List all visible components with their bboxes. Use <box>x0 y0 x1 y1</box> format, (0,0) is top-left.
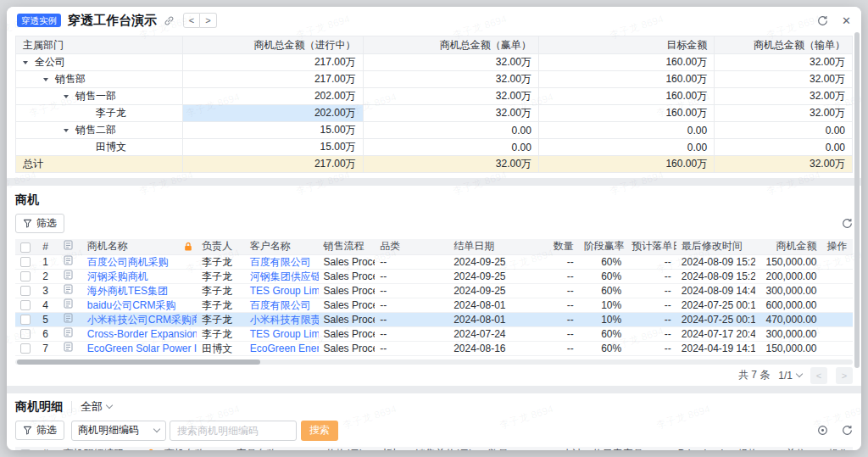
filter-button[interactable]: 筛选 <box>15 421 64 440</box>
in-progress-cell[interactable]: 202.00万 <box>183 105 363 122</box>
opportunity-name-link[interactable]: 河钢采购商机 <box>87 270 148 282</box>
customer-link[interactable]: 小米科技有限责任公司 <box>250 314 319 326</box>
department-cell[interactable]: 李子龙 <box>16 105 183 122</box>
select-all-checkbox[interactable] <box>20 449 31 450</box>
row-checkbox[interactable] <box>20 257 31 267</box>
target-cell[interactable]: 160.00万 <box>538 54 714 71</box>
opportunity-row[interactable]: 5 小米科技公司CRM采购商机 李子龙 小米科技有限责任公司 Sales Pro… <box>15 312 853 326</box>
department-cell[interactable]: 全公司 <box>16 54 183 71</box>
row-checkbox[interactable] <box>20 300 31 310</box>
expand-caret[interactable] <box>64 90 75 102</box>
summary-row[interactable]: 销售一部 202.00万 32.00万 160.00万 32.00万 <box>16 88 853 105</box>
refresh-icon[interactable] <box>842 425 853 436</box>
row-checkbox[interactable] <box>20 286 31 296</box>
opportunity-name-link[interactable]: Cross-Border Expansion Deal <box>87 328 197 340</box>
target-cell[interactable]: 160.00万 <box>538 105 714 122</box>
row-checkbox[interactable] <box>20 329 31 339</box>
expand-caret[interactable] <box>64 124 75 136</box>
next-page-button[interactable]: > <box>836 367 853 384</box>
opportunity-row[interactable]: 6 Cross-Border Expansion Deal 李子龙 TES Gr… <box>15 326 853 341</box>
opportunity-name-link[interactable]: 百度公司商机采购 <box>87 256 169 268</box>
prev-record-button[interactable]: < <box>183 13 200 28</box>
customer-link[interactable]: 河钢集团供应链管理有... <box>250 270 319 282</box>
col-modified-time: 最后修改时间 <box>676 239 755 254</box>
close-date-cell: 2024-08-01 <box>448 298 529 312</box>
refresh-icon[interactable] <box>817 15 828 26</box>
doc-icon-cell[interactable] <box>58 283 82 298</box>
summary-row[interactable]: 销售部 217.00万 32.00万 160.00万 32.00万 <box>16 71 853 88</box>
horizontal-scrollbar-thumb[interactable] <box>17 359 260 365</box>
won-cell[interactable]: 0.00 <box>363 139 538 156</box>
doc-icon-cell[interactable] <box>58 312 82 326</box>
opportunity-row[interactable]: 2 河钢采购商机 李子龙 河钢集团供应链管理有... Sales Process… <box>15 269 853 283</box>
doc-icon-cell[interactable] <box>58 254 82 269</box>
customer-link[interactable]: 百度有限公司 <box>250 299 311 311</box>
lost-cell[interactable]: 0.00 <box>715 122 853 139</box>
doc-icon-cell[interactable] <box>58 298 82 312</box>
close-icon[interactable]: ✕ <box>842 14 851 27</box>
refresh-icon[interactable] <box>842 218 853 229</box>
won-cell[interactable]: 32.00万 <box>363 71 538 88</box>
summary-row[interactable]: 全公司 217.00万 32.00万 160.00万 32.00万 <box>16 54 853 71</box>
in-progress-cell[interactable]: 217.00万 <box>183 54 363 71</box>
in-progress-cell[interactable]: 15.00万 <box>183 122 363 139</box>
lost-cell[interactable]: 32.00万 <box>715 88 853 105</box>
doc-icon-cell[interactable] <box>58 326 82 341</box>
opportunity-row[interactable]: 3 海外商机TES集团 李子龙 TES Group Limited Sales … <box>15 283 853 298</box>
doc-icon-cell[interactable] <box>58 341 82 355</box>
scope-selector[interactable]: 全部 <box>81 399 112 415</box>
row-checkbox[interactable] <box>20 343 31 354</box>
row-checkbox[interactable] <box>20 315 31 325</box>
summary-row[interactable]: 李子龙 202.00万 32.00万 160.00万 32.00万 <box>16 105 853 122</box>
row-checkbox[interactable] <box>20 271 31 281</box>
target-cell[interactable]: 0.00 <box>538 139 714 156</box>
lost-cell[interactable]: 32.00万 <box>715 54 853 71</box>
department-cell[interactable]: 销售一部 <box>16 88 183 105</box>
prev-page-button[interactable]: < <box>810 367 827 384</box>
customer-link[interactable]: 百度有限公司 <box>250 256 311 268</box>
vertical-scrollbar-thumb[interactable] <box>854 32 860 368</box>
filter-button[interactable]: 筛选 <box>15 214 64 233</box>
lost-cell[interactable]: 0.00 <box>715 139 853 156</box>
customer-link[interactable]: TES Group Limited <box>250 328 319 340</box>
won-cell[interactable]: 32.00万 <box>363 54 538 71</box>
won-cell[interactable]: 32.00万 <box>363 105 538 122</box>
search-input[interactable] <box>170 421 297 441</box>
expand-caret[interactable] <box>43 73 55 85</box>
opportunity-name-link[interactable]: 小米科技公司CRM采购商机 <box>87 314 197 326</box>
target-cell[interactable]: 160.00万 <box>538 88 714 105</box>
page-indicator[interactable]: 1/1 <box>778 370 802 382</box>
modified-time-cell: 2024-08-09 14:47 <box>676 283 755 298</box>
lost-cell[interactable]: 32.00万 <box>715 105 853 122</box>
opportunity-row[interactable]: 4 baidu公司CRM采购 李子龙 百度有限公司 Sales Process … <box>15 298 853 312</box>
won-cell[interactable]: 32.00万 <box>363 88 538 105</box>
settings-icon[interactable] <box>817 425 828 436</box>
select-all-checkbox[interactable] <box>20 242 31 253</box>
target-cell[interactable]: 0.00 <box>538 122 714 139</box>
opportunity-name-link[interactable]: baidu公司CRM采购 <box>87 299 176 311</box>
search-field-select[interactable]: 商机明细编码 <box>71 421 166 441</box>
department-cell[interactable]: 田博文 <box>16 139 183 156</box>
search-button[interactable]: 搜索 <box>301 421 338 441</box>
link-icon[interactable] <box>164 15 175 26</box>
in-progress-cell[interactable]: 217.00万 <box>183 71 363 88</box>
opportunity-name-link[interactable]: EcoGreen Solar Power Integration <box>87 343 197 354</box>
in-progress-cell[interactable]: 202.00万 <box>183 88 363 105</box>
target-cell[interactable]: 160.00万 <box>538 71 714 88</box>
summary-row[interactable]: 田博文 15.00万 0.00 0.00 0.00 <box>16 139 853 156</box>
expand-caret[interactable] <box>23 56 35 68</box>
next-record-button[interactable]: > <box>200 13 217 28</box>
department-cell[interactable]: 销售二部 <box>16 122 183 139</box>
doc-icon-cell[interactable] <box>58 269 82 283</box>
lost-cell[interactable]: 32.00万 <box>715 71 853 88</box>
opportunity-name-link[interactable]: 海外商机TES集团 <box>87 285 168 297</box>
department-cell[interactable]: 销售部 <box>16 71 183 88</box>
customer-link[interactable]: EcoGreen Energy Sol... <box>250 343 319 354</box>
summary-row[interactable]: 销售二部 15.00万 0.00 0.00 0.00 <box>16 122 853 139</box>
col-detail-code[interactable]: 商机明细编码 <box>58 447 159 451</box>
opportunity-row[interactable]: 1 百度公司商机采购 李子龙 百度有限公司 Sales Process -- 2… <box>15 254 853 269</box>
customer-link[interactable]: TES Group Limited <box>250 285 319 297</box>
in-progress-cell[interactable]: 15.00万 <box>183 139 363 156</box>
opportunity-row[interactable]: 7 EcoGreen Solar Power Integration 田博文 E… <box>15 341 853 355</box>
won-cell[interactable]: 0.00 <box>363 122 538 139</box>
